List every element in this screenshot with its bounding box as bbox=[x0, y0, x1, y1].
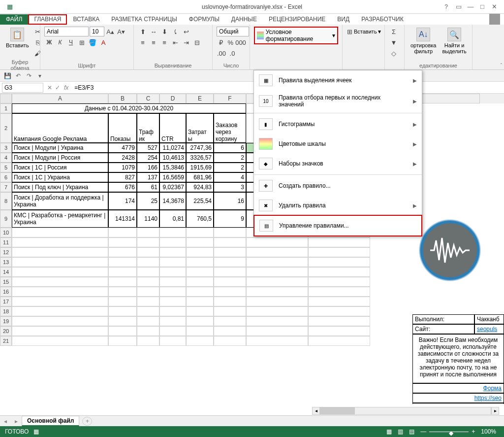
dec-decimal-button[interactable]: .0 bbox=[227, 48, 237, 58]
indent-inc-button[interactable]: ⇥ bbox=[181, 37, 191, 47]
accept-formula-button[interactable]: ✓ bbox=[55, 84, 60, 91]
tab-file[interactable]: ФАЙЛ bbox=[0, 14, 28, 25]
new-sheet-button[interactable]: + bbox=[82, 417, 92, 426]
prev-sheet-button[interactable]: ◂ bbox=[0, 418, 11, 425]
zoom-level[interactable]: 100% bbox=[478, 428, 499, 435]
menu-data-bars[interactable]: ▮Гистограммы▶ bbox=[254, 114, 422, 134]
window-title: uslovnoye-formatirovaniye.xlsx - Excel bbox=[202, 3, 302, 10]
maximize-icon[interactable]: □ bbox=[476, 3, 488, 10]
align-left-button[interactable]: ≡ bbox=[138, 37, 148, 47]
tab-data[interactable]: ДАННЫЕ bbox=[225, 14, 263, 25]
save-button[interactable]: 💾 bbox=[3, 71, 12, 80]
next-sheet-button[interactable]: ▸ bbox=[11, 418, 22, 425]
help-icon[interactable]: ? bbox=[444, 3, 448, 10]
insert-cells-button[interactable]: ⊞ bbox=[346, 27, 353, 36]
tab-view[interactable]: ВИД bbox=[331, 14, 355, 25]
currency-button[interactable]: ₽ bbox=[217, 37, 225, 47]
minimize-icon[interactable]: — bbox=[465, 3, 476, 10]
col-header[interactable]: B bbox=[108, 94, 137, 103]
align-bot-button[interactable]: ⬇ bbox=[159, 27, 169, 36]
inc-decimal-button[interactable]: .00 bbox=[217, 48, 226, 58]
macro-icon[interactable]: ▦ bbox=[33, 428, 39, 435]
clear-button[interactable]: ◇ bbox=[389, 48, 399, 58]
side-link[interactable]: seopuls bbox=[474, 324, 504, 334]
autosum-button[interactable]: Σ bbox=[389, 27, 399, 36]
bold-button[interactable]: Ж bbox=[44, 37, 54, 47]
number-format-select[interactable]: Общий bbox=[217, 27, 249, 36]
redo-button[interactable]: ↷ bbox=[25, 71, 33, 80]
cond-format-icon bbox=[257, 32, 264, 39]
align-right-button[interactable]: ≡ bbox=[159, 37, 169, 47]
tab-insert[interactable]: ВСТАВКА bbox=[67, 14, 105, 25]
user-avatar[interactable] bbox=[489, 14, 500, 25]
underline-button[interactable]: Ч bbox=[66, 37, 76, 47]
indent-dec-button[interactable]: ⇤ bbox=[170, 37, 180, 47]
view-normal-button[interactable]: ▦ bbox=[383, 428, 395, 435]
fx-icon[interactable]: fx bbox=[64, 84, 71, 91]
sort-filter-button[interactable]: A↓ ортировка фильтр bbox=[409, 27, 438, 55]
undo-button[interactable]: ↶ bbox=[14, 71, 23, 80]
fill-button[interactable]: ▼ bbox=[389, 37, 399, 47]
orientation-button[interactable]: ⤹ bbox=[170, 27, 180, 36]
side-link[interactable]: https://seo bbox=[412, 393, 504, 403]
group-edit: едактирование bbox=[409, 62, 468, 68]
grow-font-button[interactable]: A▴ bbox=[105, 27, 115, 36]
font-color-button[interactable]: A bbox=[98, 37, 108, 47]
side-link[interactable]: Форма bbox=[412, 383, 504, 393]
scroll-right-button[interactable]: ▸ bbox=[491, 407, 499, 415]
side-note: Важно! Если Вам необходим действующего, … bbox=[412, 334, 504, 383]
wrap-button[interactable]: ↩ bbox=[181, 27, 191, 36]
side-label: Сайт: bbox=[412, 324, 474, 334]
col-header[interactable]: D bbox=[159, 94, 186, 103]
group-number: Число bbox=[217, 62, 246, 68]
close-icon[interactable]: ✕ bbox=[488, 3, 500, 10]
menu-highlight-rules[interactable]: ▦Правила выделения ячеек▶ bbox=[254, 70, 422, 90]
name-box[interactable] bbox=[2, 83, 43, 93]
ribbon-collapse-icon[interactable]: ▭ bbox=[453, 3, 465, 10]
tab-review[interactable]: РЕЦЕНЗИРОВАНИЕ bbox=[263, 14, 331, 25]
italic-button[interactable]: К bbox=[55, 37, 65, 47]
border-button[interactable]: ⊞ bbox=[77, 37, 87, 47]
side-value: Чакканб bbox=[474, 314, 504, 324]
menu-top-bottom-rules[interactable]: 10Правила отбора первых и последних знач… bbox=[254, 90, 422, 112]
hscrollbar[interactable] bbox=[320, 407, 491, 415]
menu-icon-sets[interactable]: ◆Наборы значков▶ bbox=[254, 154, 422, 173]
view-pagebreak-button[interactable]: ▤ bbox=[406, 428, 417, 435]
sheet-tab[interactable]: Основной файл bbox=[22, 416, 79, 426]
percent-button[interactable]: % bbox=[226, 37, 235, 47]
menu-new-rule[interactable]: ✚Создать правило... bbox=[254, 176, 422, 196]
font-size-select[interactable]: 10 bbox=[90, 27, 104, 36]
col-header[interactable]: F bbox=[214, 94, 246, 103]
find-select-button[interactable]: 🔍 Найти и выделить bbox=[440, 27, 468, 55]
zoom-out-button[interactable]: — bbox=[417, 428, 429, 435]
paste-button[interactable]: 📋 Вставить bbox=[4, 27, 31, 49]
zoom-slider[interactable]: ◆ bbox=[429, 432, 469, 432]
group-align: Выравнивание bbox=[138, 62, 208, 68]
menu-manage-rules[interactable]: ▤Управление правилами... bbox=[253, 215, 422, 236]
col-header[interactable]: E bbox=[186, 94, 214, 103]
cancel-formula-button[interactable]: ✕ bbox=[47, 84, 52, 91]
shrink-font-button[interactable]: A▾ bbox=[116, 27, 126, 36]
comma-button[interactable]: 000 bbox=[236, 37, 246, 47]
collapse-ribbon-icon[interactable]: ˆ bbox=[501, 63, 502, 68]
qat-customize-button[interactable]: ▾ bbox=[35, 71, 44, 80]
fill-color-button[interactable]: 🪣 bbox=[88, 37, 97, 47]
zoom-in-button[interactable]: + bbox=[469, 428, 478, 435]
font-select[interactable]: Arial bbox=[44, 27, 89, 36]
scroll-left-button[interactable]: ◂ bbox=[312, 407, 320, 415]
menu-clear-rules[interactable]: ✖Удалить правила▶ bbox=[254, 196, 422, 215]
align-center-button[interactable]: ≡ bbox=[149, 37, 158, 47]
view-layout-button[interactable]: ▥ bbox=[395, 428, 406, 435]
col-header[interactable]: C bbox=[137, 94, 159, 103]
tab-layout[interactable]: РАЗМЕТКА СТРАНИЦЫ bbox=[105, 14, 183, 25]
menu-color-scales[interactable]: Цветовые шкалы▶ bbox=[254, 134, 422, 154]
align-mid-button[interactable]: ↔ bbox=[149, 27, 158, 36]
align-top-button[interactable]: ⬆ bbox=[138, 27, 148, 36]
tab-home[interactable]: ГЛАВНАЯ bbox=[28, 14, 67, 25]
conditional-formatting-button[interactable]: Условное форматирование ▾ bbox=[254, 27, 338, 44]
tab-developer[interactable]: РАЗРАБОТЧИК bbox=[355, 14, 410, 25]
merge-button[interactable]: ⊟ bbox=[192, 37, 202, 47]
tab-formulas[interactable]: ФОРМУЛЫ bbox=[183, 14, 225, 25]
select-all[interactable] bbox=[0, 94, 12, 103]
col-header[interactable]: A bbox=[12, 94, 108, 103]
